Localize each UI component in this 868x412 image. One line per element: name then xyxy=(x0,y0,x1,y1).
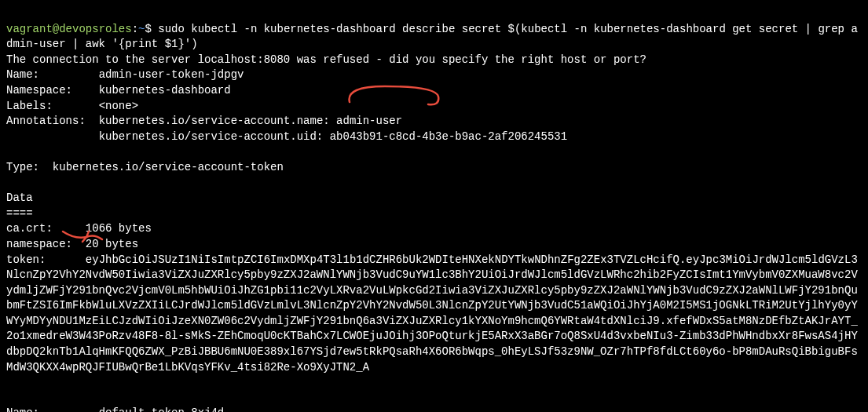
ca-crt-label: ca.crt: xyxy=(6,222,53,235)
data-divider: ==== xyxy=(6,206,862,222)
namespace-line: Namespace: kubernetes-dashboard xyxy=(6,83,862,99)
ns-data-value: 20 bytes xyxy=(86,238,138,250)
annotations-line1: Annotations: kubernetes.io/service-accou… xyxy=(6,114,862,129)
type-line: Type: kubernetes.io/service-account-toke… xyxy=(6,160,862,176)
type-label: Type: xyxy=(6,161,39,173)
ca-crt-line: ca.crt: 1066 bytes xyxy=(6,221,862,237)
name-label: Name: xyxy=(6,68,39,81)
prompt-symbol: $ xyxy=(145,23,151,35)
name-value: admin-user-token-jdpgv xyxy=(99,68,244,81)
annotations-value2: kubernetes.io/service-account.uid: ab043… xyxy=(99,130,568,143)
terminal-prompt-line: vagrant@devopsroles:~$ sudo kubectl -n k… xyxy=(6,6,862,53)
labels-value: <none> xyxy=(99,100,138,112)
ca-crt-value: 1066 bytes xyxy=(86,222,152,235)
namespace-value: kubernetes-dashboard xyxy=(99,84,231,97)
name2-value: default-token-8xj4d xyxy=(99,407,225,412)
secret-name2-line: Name: default-token-8xj4d xyxy=(6,406,862,412)
namespace-label: Namespace: xyxy=(6,84,72,97)
token-label: token: xyxy=(6,253,46,266)
labels-line: Labels: <none> xyxy=(6,99,862,115)
annotations-line2: kubernetes.io/service-account.uid: ab043… xyxy=(6,129,862,145)
secret-name-line: Name: admin-user-token-jdpgv xyxy=(6,67,862,83)
ns-data-label: namespace: xyxy=(6,238,72,250)
connection-error: The connection to the server localhost:8… xyxy=(6,53,862,68)
ns-data-line: namespace: 20 bytes xyxy=(6,237,862,253)
token-line: token: eyJhbGciOiJSUzI1NiIsImtpZCI6ImxDM… xyxy=(6,253,862,376)
labels-label: Labels: xyxy=(6,100,53,112)
name2-label: Name: xyxy=(6,407,39,412)
type-value: kubernetes.io/service-account-token xyxy=(53,161,284,173)
annotations-value1: kubernetes.io/service-account.name: admi… xyxy=(99,115,402,127)
prompt-user: vagrant xyxy=(6,23,53,35)
annotations-label: Annotations: xyxy=(6,115,86,127)
prompt-host: devopsroles xyxy=(59,23,131,35)
token-value: eyJhbGciOiJSUzI1NiIsImtpZCI6ImxDMXp4T3l1… xyxy=(6,253,858,374)
data-header: Data xyxy=(6,191,862,206)
